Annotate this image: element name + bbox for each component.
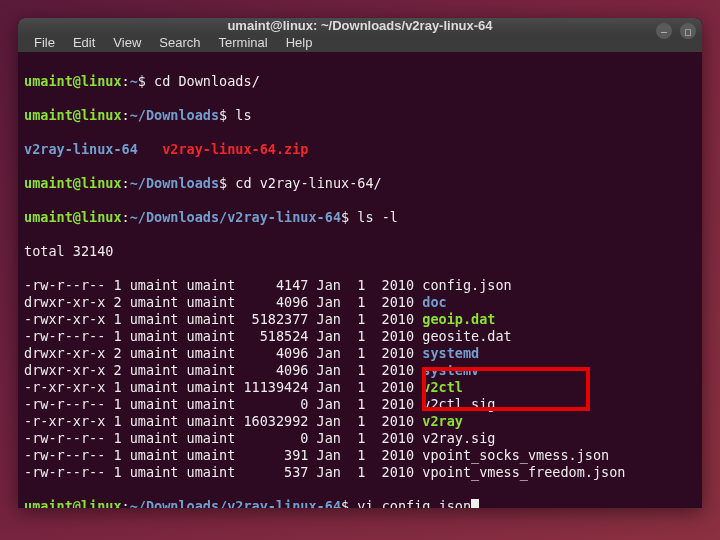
ls-row-filename: v2ctl.sig [422,396,495,412]
ls-row-meta: -r-xr-xr-x 1 umaint umaint 16032992 Jan … [24,413,422,429]
ls-row: drwxr-xr-x 2 umaint umaint 4096 Jan 1 20… [24,362,696,379]
ls-row-meta: -r-xr-xr-x 1 umaint umaint 11139424 Jan … [24,379,422,395]
ls-row-filename: config.json [422,277,511,293]
ls-row-filename: doc [422,294,446,310]
menu-view[interactable]: View [105,33,149,52]
ls-row: -rwxr-xr-x 1 umaint umaint 5182377 Jan 1… [24,311,696,328]
prompt-line: umaint@linux:~/Downloads$ ls [24,107,696,124]
menu-file[interactable]: File [26,33,63,52]
ls-row: -rw-r--r-- 1 umaint umaint 537 Jan 1 201… [24,464,696,481]
ls-row-meta: -rwxr-xr-x 1 umaint umaint 5182377 Jan 1… [24,311,422,327]
ls-row: -r-xr-xr-x 1 umaint umaint 16032992 Jan … [24,413,696,430]
ls-row-meta: -rw-r--r-- 1 umaint umaint 0 Jan 1 2010 [24,430,422,446]
ls-row-filename: v2ray [422,413,463,429]
prompt-line: umaint@linux:~/Downloads$ cd v2ray-linux… [24,175,696,192]
ls-row-meta: -rw-r--r-- 1 umaint umaint 537 Jan 1 201… [24,464,422,480]
ls-row: -r-xr-xr-x 1 umaint umaint 11139424 Jan … [24,379,696,396]
ls-row-filename: vpoint_socks_vmess.json [422,447,609,463]
menu-search[interactable]: Search [151,33,208,52]
prompt-line: umaint@linux:~/Downloads/v2ray-linux-64$… [24,209,696,226]
terminal-body[interactable]: umaint@linux:~$ cd Downloads/ umaint@lin… [18,52,702,508]
command-text: ls [235,107,251,123]
ls-row: -rw-r--r-- 1 umaint umaint 0 Jan 1 2010 … [24,396,696,413]
command-text: cd Downloads/ [154,73,260,89]
menu-terminal[interactable]: Terminal [211,33,276,52]
ls-row-filename: geosite.dat [422,328,511,344]
menu-help[interactable]: Help [278,33,321,52]
ls-row-meta: -rw-r--r-- 1 umaint umaint 518524 Jan 1 … [24,328,422,344]
maximize-button[interactable]: □ [680,23,696,39]
ls-row-meta: -rw-r--r-- 1 umaint umaint 0 Jan 1 2010 [24,396,422,412]
ls-row-meta: drwxr-xr-x 2 umaint umaint 4096 Jan 1 20… [24,345,422,361]
menubar: File Edit View Search Terminal Help [18,33,702,52]
ls-row-meta: -rw-r--r-- 1 umaint umaint 4147 Jan 1 20… [24,277,422,293]
menu-edit[interactable]: Edit [65,33,103,52]
ls-row-meta: -rw-r--r-- 1 umaint umaint 391 Jan 1 201… [24,447,422,463]
prompt-line-current: umaint@linux:~/Downloads/v2ray-linux-64$… [24,498,696,508]
ls-row-meta: drwxr-xr-x 2 umaint umaint 4096 Jan 1 20… [24,294,422,310]
ls-row-filename: systemd [422,345,479,361]
minimize-button[interactable]: – [656,23,672,39]
titlebar[interactable]: umaint@linux: ~/Downloads/v2ray-linux-64… [18,18,702,33]
ls-output: v2ray-linux-64 v2ray-linux-64.zip [24,141,696,158]
ls-row-filename: systemv [422,362,479,378]
ls-row-meta: drwxr-xr-x 2 umaint umaint 4096 Jan 1 20… [24,362,422,378]
prompt-line: umaint@linux:~$ cd Downloads/ [24,73,696,90]
ls-row: -rw-r--r-- 1 umaint umaint 4147 Jan 1 20… [24,277,696,294]
ls-row: drwxr-xr-x 2 umaint umaint 4096 Jan 1 20… [24,294,696,311]
ls-row: -rw-r--r-- 1 umaint umaint 391 Jan 1 201… [24,447,696,464]
ls-row-filename: v2ctl [422,379,463,395]
command-text: cd v2ray-linux-64/ [235,175,381,191]
terminal-window: umaint@linux: ~/Downloads/v2ray-linux-64… [18,18,702,508]
ls-row-filename: v2ray.sig [422,430,495,446]
cursor [471,499,479,508]
ls-row-filename: geoip.dat [422,311,495,327]
ls-row-filename: vpoint_vmess_freedom.json [422,464,625,480]
command-text: vi config.json [357,498,471,508]
window-controls: – □ [656,23,696,39]
ls-row: -rw-r--r-- 1 umaint umaint 0 Jan 1 2010 … [24,430,696,447]
ls-total: total 32140 [24,243,696,260]
ls-row: drwxr-xr-x 2 umaint umaint 4096 Jan 1 20… [24,345,696,362]
window-title: umaint@linux: ~/Downloads/v2ray-linux-64 [227,18,492,33]
ls-row: -rw-r--r-- 1 umaint umaint 518524 Jan 1 … [24,328,696,345]
command-text: ls -l [357,209,398,225]
